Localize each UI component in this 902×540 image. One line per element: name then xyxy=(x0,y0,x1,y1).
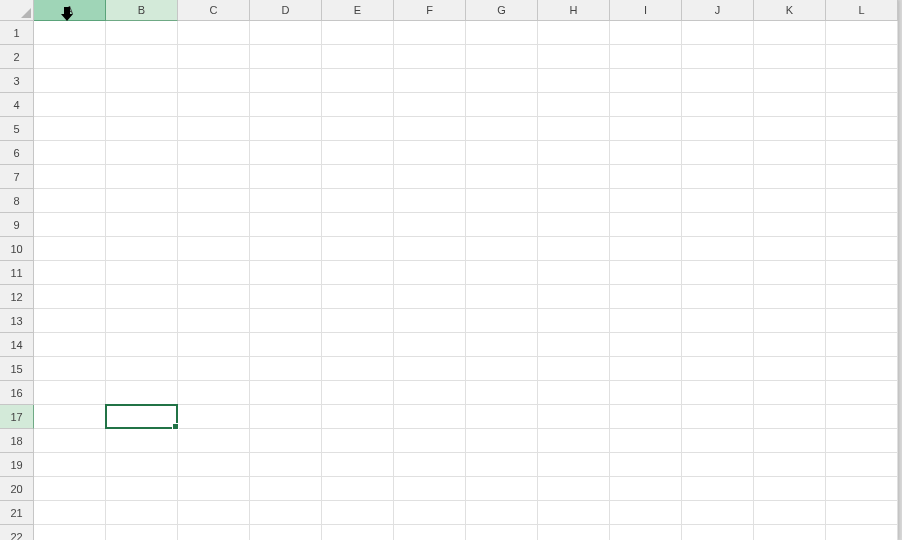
cell-J6[interactable] xyxy=(682,141,754,165)
cell-E15[interactable] xyxy=(322,357,394,381)
cell-K22[interactable] xyxy=(754,525,826,540)
cell-H9[interactable] xyxy=(538,213,610,237)
column-header-H[interactable]: H xyxy=(538,0,610,21)
cell-A16[interactable] xyxy=(34,381,106,405)
cell-E21[interactable] xyxy=(322,501,394,525)
cell-C8[interactable] xyxy=(178,189,250,213)
row-header-20[interactable]: 20 xyxy=(0,477,34,501)
row-header-22[interactable]: 22 xyxy=(0,525,34,540)
cell-F6[interactable] xyxy=(394,141,466,165)
cell-B15[interactable] xyxy=(106,357,178,381)
cell-H16[interactable] xyxy=(538,381,610,405)
cell-H1[interactable] xyxy=(538,21,610,45)
cell-E20[interactable] xyxy=(322,477,394,501)
cell-G5[interactable] xyxy=(466,117,538,141)
cell-J20[interactable] xyxy=(682,477,754,501)
cell-C18[interactable] xyxy=(178,429,250,453)
column-header-B[interactable]: B xyxy=(106,0,178,21)
cell-G11[interactable] xyxy=(466,261,538,285)
cell-F17[interactable] xyxy=(394,405,466,429)
cell-E22[interactable] xyxy=(322,525,394,540)
cell-G6[interactable] xyxy=(466,141,538,165)
row-header-16[interactable]: 16 xyxy=(0,381,34,405)
cell-G14[interactable] xyxy=(466,333,538,357)
cell-E3[interactable] xyxy=(322,69,394,93)
cell-F2[interactable] xyxy=(394,45,466,69)
column-header-J[interactable]: J xyxy=(682,0,754,21)
cell-K9[interactable] xyxy=(754,213,826,237)
cell-H4[interactable] xyxy=(538,93,610,117)
cell-J17[interactable] xyxy=(682,405,754,429)
row-header-18[interactable]: 18 xyxy=(0,429,34,453)
cell-B1[interactable] xyxy=(106,21,178,45)
cell-E11[interactable] xyxy=(322,261,394,285)
cell-H21[interactable] xyxy=(538,501,610,525)
cell-A9[interactable] xyxy=(34,213,106,237)
cell-I19[interactable] xyxy=(610,453,682,477)
cell-A19[interactable] xyxy=(34,453,106,477)
cell-D19[interactable] xyxy=(250,453,322,477)
cell-C2[interactable] xyxy=(178,45,250,69)
cell-C22[interactable] xyxy=(178,525,250,540)
cell-H12[interactable] xyxy=(538,285,610,309)
cell-C11[interactable] xyxy=(178,261,250,285)
cell-D15[interactable] xyxy=(250,357,322,381)
cell-E7[interactable] xyxy=(322,165,394,189)
cell-L18[interactable] xyxy=(826,429,898,453)
cell-K8[interactable] xyxy=(754,189,826,213)
cell-G22[interactable] xyxy=(466,525,538,540)
cell-G21[interactable] xyxy=(466,501,538,525)
cell-H17[interactable] xyxy=(538,405,610,429)
cell-G8[interactable] xyxy=(466,189,538,213)
cell-C12[interactable] xyxy=(178,285,250,309)
cell-F7[interactable] xyxy=(394,165,466,189)
cell-A12[interactable] xyxy=(34,285,106,309)
cell-C5[interactable] xyxy=(178,117,250,141)
cell-K6[interactable] xyxy=(754,141,826,165)
cell-J19[interactable] xyxy=(682,453,754,477)
cell-B21[interactable] xyxy=(106,501,178,525)
cell-I15[interactable] xyxy=(610,357,682,381)
cell-A17[interactable] xyxy=(34,405,106,429)
cell-A18[interactable] xyxy=(34,429,106,453)
cell-E1[interactable] xyxy=(322,21,394,45)
cell-A22[interactable] xyxy=(34,525,106,540)
cell-D8[interactable] xyxy=(250,189,322,213)
row-header-14[interactable]: 14 xyxy=(0,333,34,357)
cell-H19[interactable] xyxy=(538,453,610,477)
select-all-corner[interactable] xyxy=(0,0,34,21)
cell-F18[interactable] xyxy=(394,429,466,453)
cell-E14[interactable] xyxy=(322,333,394,357)
cell-C20[interactable] xyxy=(178,477,250,501)
cell-K14[interactable] xyxy=(754,333,826,357)
cell-L15[interactable] xyxy=(826,357,898,381)
cell-F12[interactable] xyxy=(394,285,466,309)
cell-D11[interactable] xyxy=(250,261,322,285)
cell-C19[interactable] xyxy=(178,453,250,477)
cell-J9[interactable] xyxy=(682,213,754,237)
cell-H15[interactable] xyxy=(538,357,610,381)
column-header-C[interactable]: C xyxy=(178,0,250,21)
row-header-8[interactable]: 8 xyxy=(0,189,34,213)
cell-E19[interactable] xyxy=(322,453,394,477)
cell-F8[interactable] xyxy=(394,189,466,213)
cell-K21[interactable] xyxy=(754,501,826,525)
cell-L1[interactable] xyxy=(826,21,898,45)
cell-I10[interactable] xyxy=(610,237,682,261)
column-header-D[interactable]: D xyxy=(250,0,322,21)
cell-G2[interactable] xyxy=(466,45,538,69)
cell-F15[interactable] xyxy=(394,357,466,381)
cell-J14[interactable] xyxy=(682,333,754,357)
cell-F16[interactable] xyxy=(394,381,466,405)
cell-J12[interactable] xyxy=(682,285,754,309)
cell-C14[interactable] xyxy=(178,333,250,357)
cell-G16[interactable] xyxy=(466,381,538,405)
column-header-E[interactable]: E xyxy=(322,0,394,21)
cell-F13[interactable] xyxy=(394,309,466,333)
cell-D22[interactable] xyxy=(250,525,322,540)
cell-I14[interactable] xyxy=(610,333,682,357)
cell-C3[interactable] xyxy=(178,69,250,93)
cell-G1[interactable] xyxy=(466,21,538,45)
cell-H10[interactable] xyxy=(538,237,610,261)
cell-E18[interactable] xyxy=(322,429,394,453)
